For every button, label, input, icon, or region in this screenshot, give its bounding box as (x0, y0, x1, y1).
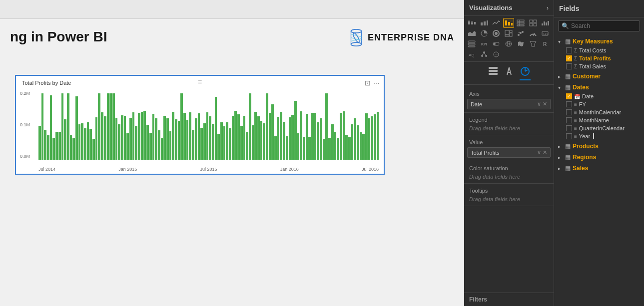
viz-icon-matrix[interactable] (528, 18, 539, 28)
viz-icon-bar[interactable] (479, 18, 490, 28)
format-icon[interactable] (504, 66, 515, 80)
viz-icon-treemap[interactable] (503, 28, 514, 38)
x-label-5: Jul 2016 (362, 167, 379, 172)
svg-rect-63 (489, 67, 498, 69)
axis-field[interactable]: Date ∨ ✕ (467, 99, 551, 109)
field-item-monthname[interactable]: ≡MonthName (554, 116, 644, 124)
field-name-total-costs: Total Costs (579, 47, 606, 53)
fields-search-box[interactable]: 🔍 (558, 20, 640, 31)
viz-color-section: Color saturation Drag data fields here (464, 161, 554, 184)
viz-icon-donut[interactable] (491, 28, 502, 38)
field-group-header-dates[interactable]: ▾ ▦ Dates (554, 82, 644, 92)
viz-icon-slicer[interactable] (491, 39, 502, 49)
field-group-header-regions[interactable]: ▸ ▦ Regions (554, 152, 644, 162)
chart-bar (75, 96, 78, 160)
field-group-header-customer[interactable]: ▸ ▦ Customer (554, 71, 644, 81)
field-item-quarterincalendar[interactable]: ≡QuarterInCalendar (554, 124, 644, 132)
viz-icon-r-visual[interactable]: R (540, 39, 551, 49)
viz-icon-map[interactable] (503, 39, 514, 49)
chart-bar (126, 133, 129, 160)
field-checkbox-total-profits[interactable]: ✓ (566, 55, 572, 61)
svg-rect-36 (510, 33, 512, 36)
svg-rect-11 (471, 21, 473, 22)
chart-bar (323, 139, 325, 160)
svg-rect-26 (534, 23, 537, 26)
svg-text:R: R (543, 41, 547, 47)
chart-bar (365, 113, 368, 160)
field-checkbox-date[interactable]: ✓ (566, 93, 572, 99)
value-field-remove[interactable]: ∨ ✕ (537, 149, 547, 156)
field-checkbox-fy[interactable] (566, 101, 572, 107)
chart-bar (294, 101, 297, 160)
viz-icon-area[interactable] (466, 28, 477, 38)
viz-icon-pie[interactable] (479, 28, 490, 38)
chart-bar (286, 136, 288, 160)
viz-icon-scatter[interactable] (515, 28, 526, 38)
chart-bar (215, 97, 217, 160)
chart-bar (186, 120, 189, 160)
viz-icon-funnel[interactable] (528, 39, 539, 49)
viz-icon-custom[interactable]: ··· (491, 49, 502, 59)
viz-icon-column[interactable] (503, 18, 514, 28)
svg-rect-23 (530, 20, 533, 22)
field-item-year[interactable]: ≡Year (554, 132, 644, 140)
fields-search-input[interactable] (571, 22, 637, 29)
chart-bar (260, 121, 263, 160)
viz-icon-waterfall[interactable] (540, 18, 551, 28)
field-group-header-sales[interactable]: ▸ ▦ Sales (554, 163, 644, 173)
svg-text:KPI: KPI (481, 42, 487, 46)
viz-header: Visualizations › (464, 0, 554, 16)
field-checkbox-monthincalendar[interactable] (566, 109, 572, 115)
field-item-total-profits[interactable]: ✓ΣTotal Profits (554, 54, 644, 62)
viz-icon-table[interactable] (515, 18, 526, 28)
viz-icon-gauge[interactable] (528, 28, 539, 38)
x-label-4: Jan 2016 (280, 167, 299, 172)
fields-icon[interactable] (488, 66, 499, 80)
field-item-total-costs[interactable]: ΣTotal Costs (554, 46, 644, 54)
svg-point-58 (485, 55, 487, 57)
svg-point-41 (519, 32, 520, 33)
field-checkbox-quarterincalendar[interactable] (566, 125, 572, 131)
field-item-total-sales[interactable]: ΣTotal Sales (554, 62, 644, 70)
viz-icon-stacked-bar[interactable] (466, 18, 477, 28)
chart-bar (328, 138, 331, 160)
y-label-top: 0.2M (20, 91, 30, 96)
chart-container[interactable]: ≡ Total Profits by Date ⊡ ··· 0.2M 0.1M … (15, 75, 385, 175)
viz-icon-kpi[interactable]: KPI (479, 39, 490, 49)
field-group-header-key_measures[interactable]: ▾ ▦ Key Measures (554, 36, 644, 46)
analytics-icon[interactable] (520, 66, 531, 80)
group-table-icon-customer: ▦ (565, 73, 571, 80)
viz-icon-multirow[interactable] (466, 39, 477, 49)
chart-bar (362, 134, 365, 160)
viz-icon-decomp[interactable] (479, 49, 490, 59)
svg-point-1 (352, 32, 361, 43)
field-name-monthincalendar: MonthInCalendar (579, 109, 621, 115)
viz-icon-filled-map[interactable] (515, 39, 526, 49)
more-icon[interactable]: ··· (374, 79, 380, 87)
field-checkbox-monthname[interactable] (566, 117, 572, 123)
svg-point-0 (351, 29, 361, 33)
field-group-header-products[interactable]: ▸ ▦ Products (554, 141, 644, 151)
field-checkbox-year[interactable] (566, 133, 572, 139)
value-field[interactable]: Total Profits ∨ ✕ (467, 147, 551, 158)
viz-icon-line[interactable] (491, 18, 502, 28)
chart-bar (115, 118, 118, 160)
chart-bar (226, 122, 228, 160)
group-name-sales: Sales (573, 165, 588, 172)
expand-icon[interactable]: ⊡ (365, 79, 371, 87)
field-item-date[interactable]: ✓📅Date (554, 92, 644, 100)
axis-field-remove[interactable]: ∨ ✕ (537, 101, 547, 107)
field-item-fy[interactable]: ≡FY (554, 100, 644, 108)
chart-bar (166, 118, 169, 160)
field-checkbox-total-sales[interactable] (566, 63, 572, 69)
viz-collapse-arrow[interactable]: › (547, 4, 549, 11)
viz-icon-card[interactable]: 123 (540, 28, 551, 38)
x-label-2: Jan 2015 (118, 167, 137, 172)
viz-tooltips-section: Tooltips Drag data fields here (464, 184, 554, 206)
chart-bar (311, 113, 314, 160)
field-type-icon: Σ (574, 56, 577, 61)
viz-icon-aq[interactable]: AQ (466, 49, 477, 59)
field-item-monthincalendar[interactable]: ≡MonthInCalendar (554, 108, 644, 116)
fields-header: Fields (554, 0, 644, 17)
field-checkbox-total-costs[interactable] (566, 47, 572, 53)
